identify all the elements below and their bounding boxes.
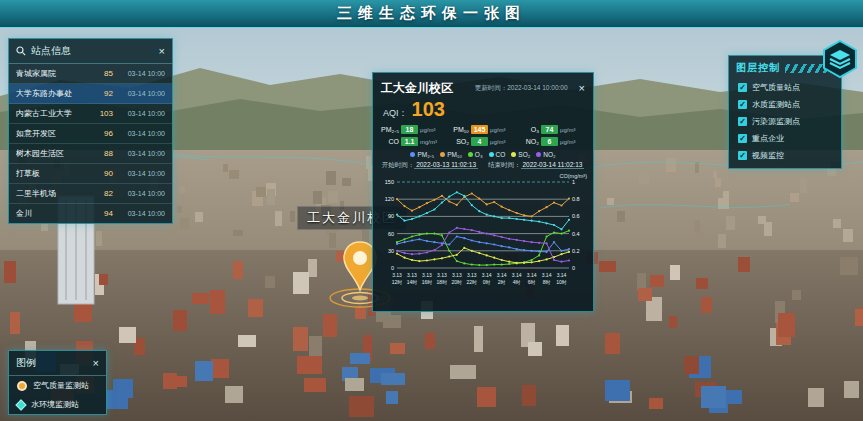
diamond-marker-icon xyxy=(15,399,26,410)
pollutant-unit: μg/m³ xyxy=(560,139,575,145)
city-building xyxy=(381,373,405,385)
legend-dot-icon xyxy=(536,152,541,157)
checkbox-checked-icon[interactable]: ✓ xyxy=(738,151,747,160)
layer-item[interactable]: ✓重点企业 xyxy=(729,130,841,147)
city-building xyxy=(10,312,20,334)
close-icon[interactable]: × xyxy=(93,358,99,369)
time-range-row: 开始时间：2022-03-13 11:02:13 结束时间：2022-03-14… xyxy=(373,159,593,172)
station-update-time: 03-14 10:00 xyxy=(118,150,165,157)
circle-marker-icon xyxy=(17,381,27,391)
city-building xyxy=(605,380,630,401)
svg-text:14时: 14时 xyxy=(407,279,418,285)
station-row[interactable]: 金川9403-14 10:00 xyxy=(9,204,172,223)
city-building xyxy=(308,259,317,277)
layer-item[interactable]: ✓污染源监测点 xyxy=(729,113,841,130)
city-building xyxy=(275,211,282,226)
city-building xyxy=(211,359,229,378)
layers-hexagon-icon[interactable] xyxy=(820,39,860,79)
pollutant-trend-chart[interactable]: 00300.2600.4900.61200.81501CO(mg/m³)3.13… xyxy=(377,172,589,298)
station-detail-popup: 工大金川校区 更新时间：2022-03-14 10:00:00 × AQI： 1… xyxy=(372,72,594,312)
pollutant-unit: μg/m³ xyxy=(490,139,505,145)
start-time[interactable]: 开始时间：2022-03-13 11:02:13 xyxy=(382,161,478,170)
checkbox-checked-icon[interactable]: ✓ xyxy=(738,100,747,109)
app-window: 三维生态环保一张图 站点信息 × 青城家属院8503-14 10:00大学东路办… xyxy=(0,0,863,421)
station-update-time: 03-14 10:00 xyxy=(118,110,165,117)
station-row[interactable]: 内蒙古工业大学10303-14 10:00 xyxy=(9,104,172,124)
city-building xyxy=(726,216,735,230)
city-building xyxy=(166,376,187,387)
aqi-label: AQI： xyxy=(383,107,408,120)
city-building xyxy=(96,231,102,246)
station-row[interactable]: 打草板9003-14 10:00 xyxy=(9,164,172,184)
station-row[interactable]: 二里半机场8203-14 10:00 xyxy=(9,184,172,204)
city-building xyxy=(195,361,213,381)
station-aqi-value: 94 xyxy=(93,209,113,218)
city-building xyxy=(450,365,476,379)
svg-text:0时: 0时 xyxy=(483,279,491,285)
svg-text:3.13: 3.13 xyxy=(422,272,432,278)
svg-text:3.14: 3.14 xyxy=(542,272,552,278)
svg-text:3.14: 3.14 xyxy=(512,272,522,278)
station-row[interactable]: 青城家属院8503-14 10:00 xyxy=(9,64,172,84)
city-building xyxy=(195,212,203,222)
city-building xyxy=(223,164,228,172)
end-time[interactable]: 结束时间：2022-03-14 11:02:13 xyxy=(488,161,584,170)
svg-text:0.2: 0.2 xyxy=(572,248,580,254)
station-aqi-value: 90 xyxy=(93,169,113,178)
svg-text:12时: 12时 xyxy=(392,279,403,285)
city-building xyxy=(233,230,243,236)
layer-item[interactable]: ✓视频监控 xyxy=(729,147,841,164)
city-building xyxy=(605,333,620,354)
legend-label: SO₂ xyxy=(518,151,530,158)
station-row[interactable]: 大学东路办事处9203-14 10:00 xyxy=(9,84,172,104)
city-building xyxy=(474,326,483,352)
checkbox-checked-icon[interactable]: ✓ xyxy=(738,83,747,92)
pollutant-unit: mg/m³ xyxy=(420,139,437,145)
close-icon[interactable]: × xyxy=(579,83,585,94)
layer-item[interactable]: ✓水质监测站点 xyxy=(729,96,841,113)
close-icon[interactable]: × xyxy=(159,46,165,57)
city-building xyxy=(313,191,322,204)
svg-text:0: 0 xyxy=(391,265,394,271)
map-legend-item: 水环境监测站 xyxy=(9,395,106,414)
station-name: 大学东路办事处 xyxy=(16,88,93,99)
svg-text:8时: 8时 xyxy=(543,279,551,285)
city-building xyxy=(113,379,133,398)
city-building xyxy=(342,178,351,186)
legend-item[interactable]: NO₂ xyxy=(536,151,555,158)
city-building xyxy=(844,381,859,398)
legend-item[interactable]: PM₁₀ xyxy=(440,151,462,158)
city-building xyxy=(293,327,308,351)
legend-item[interactable]: CO xyxy=(489,151,506,158)
popup-update-time: 更新时间：2022-03-14 10:00:00 xyxy=(475,84,568,93)
search-icon xyxy=(16,46,26,56)
layer-label: 水质监测站点 xyxy=(752,99,800,110)
city-building xyxy=(349,396,374,417)
city-building xyxy=(323,314,337,337)
legend-item[interactable]: SO₂ xyxy=(511,151,530,158)
city-building xyxy=(41,223,48,231)
pollutant-card: O₃74μg/m³ xyxy=(519,125,587,134)
checkbox-checked-icon[interactable]: ✓ xyxy=(738,134,747,143)
city-building xyxy=(177,206,182,213)
svg-text:16时: 16时 xyxy=(422,279,433,285)
city-building xyxy=(328,191,338,203)
city-building xyxy=(238,335,256,347)
pollutant-card: PM₂.₅18μg/m³ xyxy=(379,125,447,134)
city-building xyxy=(670,265,680,280)
svg-text:3.14: 3.14 xyxy=(497,272,507,278)
legend-item[interactable]: PM₂.₅ xyxy=(410,151,434,158)
city-building xyxy=(225,386,243,403)
legend-item[interactable]: O₃ xyxy=(468,151,483,158)
layer-label: 视频监控 xyxy=(752,150,784,161)
city-building xyxy=(390,343,405,354)
city-building xyxy=(764,222,772,236)
checkbox-checked-icon[interactable]: ✓ xyxy=(738,117,747,126)
station-row[interactable]: 树木园生活区8803-14 10:00 xyxy=(9,144,172,164)
station-aqi-value: 96 xyxy=(93,129,113,138)
layer-panel-title: 图层控制 xyxy=(736,61,780,75)
station-row[interactable]: 如意开发区9603-14 10:00 xyxy=(9,124,172,144)
svg-text:CO(mg/m³): CO(mg/m³) xyxy=(560,173,588,179)
layer-item[interactable]: ✓空气质量站点 xyxy=(729,79,841,96)
station-name: 二里半机场 xyxy=(16,188,93,199)
